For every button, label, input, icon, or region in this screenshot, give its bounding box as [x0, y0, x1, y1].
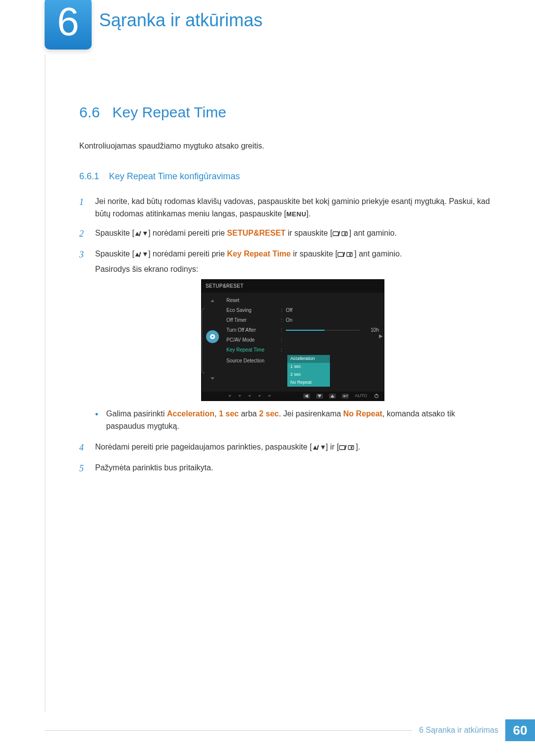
svg-marker-18 [343, 395, 345, 397]
svg-marker-21 [313, 446, 317, 450]
osd-item-pc-av-mode: PC/AV Mode [226, 336, 281, 344]
svg-marker-14 [305, 395, 307, 398]
step-number: 5 [79, 462, 86, 476]
step-text: ]. [306, 209, 311, 218]
keyword-setup-reset: SETUP&RESET [227, 229, 285, 237]
osd-auto-label: AUTO [355, 393, 367, 400]
bullet-text-part: Galima pasirinkti [106, 409, 167, 418]
section-number: 6.6 [79, 104, 100, 121]
osd-down-icon [316, 394, 323, 399]
chapter-title: Sąranka ir atkūrimas [99, 10, 263, 31]
source-enter-icon [339, 442, 356, 454]
step-text: Spauskite [ [95, 250, 134, 258]
svg-rect-8 [139, 252, 141, 257]
svg-marker-2 [143, 232, 147, 236]
bullet-dot-icon: • [95, 408, 98, 433]
subsection-title: Key Repeat Time konfigūravimas [109, 171, 240, 182]
osd-value-eco: Off [286, 306, 292, 314]
osd-scroll-down-icon [211, 377, 214, 380]
step-text: ]. [356, 443, 360, 451]
source-enter-icon [332, 228, 349, 241]
osd-item-key-repeat-time: Key Repeat Time [226, 346, 281, 354]
step-1: 1 Jei norite, kad būtų rodomas klavišų v… [79, 196, 490, 220]
osd-screenshot: SETUP&RESET Reset Eco Sa [95, 279, 490, 401]
svg-rect-10 [338, 252, 343, 256]
osd-power-icon [373, 394, 380, 399]
osd-item-eco-saving: Eco Saving [226, 306, 281, 314]
step-number: 2 [79, 227, 86, 241]
bullet-text-part: arba [239, 409, 259, 418]
step-2: 2 Spauskite [] norėdami pereiti prie SET… [79, 227, 490, 241]
svg-rect-3 [333, 232, 338, 236]
osd-scroll-up-icon [211, 300, 214, 302]
bullet-note: • Galima pasirinkti Acceleration, 1 sec … [95, 408, 490, 433]
osd-item-reset: Reset [226, 297, 281, 304]
section-intro-text: Kontroliuojamas spaudžiamo mygtuko atsak… [79, 141, 490, 151]
osd-slider [286, 330, 360, 331]
step-number: 3 [79, 248, 86, 434]
step-text: ir spauskite [ [291, 250, 337, 258]
decorative-side-shadow [45, 54, 46, 711]
section-heading: 6.6 Key Repeat Time [79, 104, 490, 121]
step-text: Pažymėta parinktis bus pritaikyta. [95, 463, 213, 472]
step-text: Pasirodys šis ekrano rodinys: [95, 265, 198, 273]
bullet-text-part: , [214, 409, 219, 418]
osd-item-turn-off-after: Turn Off After [226, 326, 281, 334]
step-text: ] ant gaminio. [349, 229, 397, 237]
svg-marker-7 [135, 252, 139, 256]
section-title: Key Repeat Time [112, 104, 226, 121]
step-number: 4 [79, 441, 86, 455]
osd-bottom-bar: AUTO [202, 392, 384, 401]
subsection-heading: 6.6.1 Key Repeat Time konfigūravimas [79, 171, 490, 182]
svg-marker-0 [135, 232, 139, 236]
step-number: 1 [79, 196, 86, 220]
svg-marker-17 [330, 395, 334, 398]
osd-slider-value: 10h [371, 326, 379, 334]
osd-item-off-timer: Off Timer [226, 316, 281, 324]
keyword-key-repeat-time: Key Repeat Time [227, 250, 291, 258]
bullet-text: Galima pasirinkti Acceleration, 1 sec ar… [106, 408, 490, 433]
osd-menu-list: Reset Eco Saving:Off Off Timer:On Turn O… [223, 293, 384, 392]
step-text: Norėdami pereiti prie pageidaujamos pari… [95, 443, 312, 451]
svg-marker-16 [318, 395, 321, 398]
osd-item-source-detection: Source Detection [226, 357, 281, 365]
svg-marker-23 [321, 446, 325, 450]
menu-keyword: MENU [286, 210, 306, 218]
footer-chapter-text: 6 Sąranka ir atkūrimas [412, 726, 505, 735]
osd-right-arrow-icon: ▶ [379, 332, 383, 340]
svg-rect-15 [307, 395, 308, 398]
up-down-icon [134, 249, 148, 261]
bullet-text-part: . Jei pasirenkama [279, 409, 343, 418]
step-body: Spauskite [] norėdami pereiti prie Key R… [95, 248, 490, 434]
step-body: Spauskite [] norėdami pereiti prie SETUP… [95, 227, 490, 241]
svg-rect-24 [339, 446, 345, 450]
osd-title: SETUP&RESET [202, 280, 384, 293]
step-text: ] ir [ [326, 443, 339, 451]
step-text: Spauskite [ [95, 229, 134, 237]
page-footer: 6 Sąranka ir atkūrimas 60 [45, 719, 535, 741]
step-text: ] norėdami pereiti prie [148, 250, 227, 258]
keyword-acceleration: Acceleration [167, 409, 214, 418]
up-down-icon [134, 228, 148, 241]
svg-rect-20 [376, 394, 377, 396]
step-body: Pažymėta parinktis bus pritaikyta. [95, 462, 490, 476]
source-enter-icon [337, 249, 354, 261]
step-3: 3 Spauskite [] norėdami pereiti prie Key… [79, 248, 490, 434]
subsection-number: 6.6.1 [79, 171, 99, 182]
step-text: ir spauskite [ [286, 229, 332, 237]
keyword-2sec: 2 sec [259, 409, 279, 418]
svg-rect-22 [317, 445, 319, 450]
svg-marker-9 [143, 252, 147, 256]
svg-rect-1 [139, 231, 141, 236]
osd-up-icon [329, 394, 336, 399]
step-text: ] norėdami pereiti prie [148, 229, 227, 237]
keyword-1sec: 1 sec [219, 409, 239, 418]
osd-value-timer: On [286, 316, 292, 324]
chapter-number-badge: 6 [45, 0, 92, 50]
osd-back-icon [303, 394, 310, 399]
step-4: 4 Norėdami pereiti prie pageidaujamos pa… [79, 441, 490, 455]
step-text: ] ant gaminio. [354, 250, 402, 258]
chapter-banner: 6 Sąranka ir atkūrimas [45, 0, 490, 64]
footer-page-number: 60 [505, 719, 535, 741]
step-body: Norėdami pereiti prie pageidaujamos pari… [95, 441, 490, 455]
